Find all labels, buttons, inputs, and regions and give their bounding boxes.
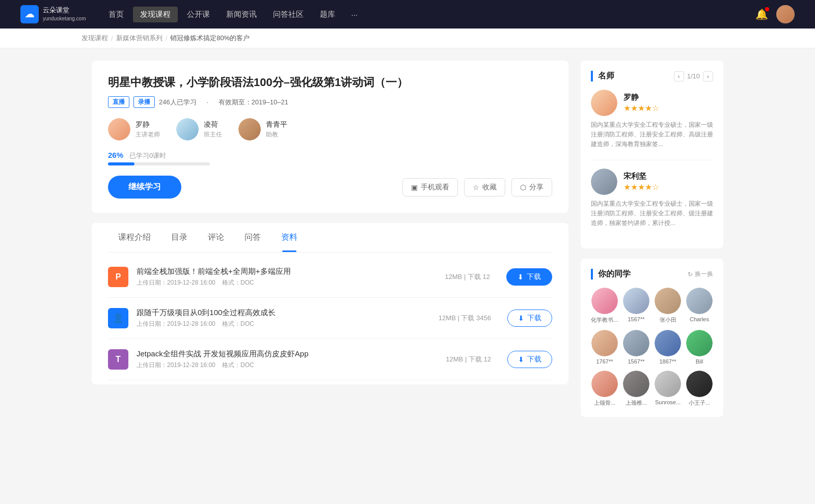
classmate-0: 化学教书... [591,288,618,324]
file-size-2: 12MB [446,355,463,363]
file-size-0: 12MB [445,273,462,281]
prev-page-button[interactable]: ‹ [674,71,684,81]
file-downloads-0: 下载 12 [468,273,490,281]
file-meta-2: 上传日期：2019-12-28 16:00 格式：DOC [137,361,438,370]
classmate-4: 1767** [591,330,618,365]
tab-materials[interactable]: 资料 [271,223,308,252]
download-icon-0: ⬇ [518,273,524,281]
logo[interactable]: ☁ 云朵课堂yunduoketang.com [20,5,86,23]
continue-button[interactable]: 继续学习 [108,176,181,199]
classmate-name-8: 上颌骨... [594,399,615,407]
classmate-avatar-7 [686,330,713,356]
share-icon: ⬡ [520,183,526,191]
refresh-icon: ↻ [688,271,693,278]
classmate-1: 1567** [622,288,650,324]
classmate-avatar-6 [655,330,681,356]
file-downloads-1: 下载 3456 [461,314,491,322]
logo-text: 云朵课堂yunduoketang.com [43,6,86,22]
teacher-desc-0: 国内某重点大学安全工程专业硕士，国家一级注册消防工程师、注册安全工程师、高级注册… [591,120,713,150]
teachers-title: 名师 [591,71,614,81]
share-button[interactable]: ⬡ 分享 [511,178,552,197]
classmate-avatar-5 [623,330,649,356]
classmate-avatar-10 [655,371,681,397]
file-stats-1: 12MB | 下载 3456 [439,314,491,323]
classmate-2: 张小田 [654,288,682,324]
share-label: 分享 [529,183,544,192]
file-stat-sep-0: | [464,273,468,281]
instructor-avatar-1 [176,118,199,141]
tabs-nav: 课程介绍 目录 评论 问答 资料 [108,223,552,253]
classmate-avatar-4 [591,330,618,356]
course-title: 明星中教授课，小学阶段语法100分–强化级第1讲动词（一） [108,75,552,90]
classmate-11: 小王子... [686,371,713,407]
file-size-1: 12MB [439,314,456,322]
file-stat-sep-2: | [465,355,469,363]
instructor-role-0: 主讲老师 [135,130,160,139]
file-item-0: P 前端全栈加强版！前端全栈+全周期+多端应用 上传日期：2019-12-28 … [108,257,552,298]
download-button-1[interactable]: ⬇ 下载 [507,310,552,327]
nav-item-news[interactable]: 新闻资讯 [219,7,264,22]
teacher-header-0: 罗静 ★★★★☆ [591,90,713,116]
tab-intro[interactable]: 课程介绍 [108,223,161,252]
download-button-2[interactable]: ⬇ 下载 [507,351,552,368]
breadcrumb-sep-1: / [111,35,113,42]
logo-icon: ☁ [20,5,39,23]
tab-catalog[interactable]: 目录 [161,223,198,252]
classmate-name-9: 上颈椎... [626,399,647,407]
instructor-avatar-0 [108,118,130,141]
file-list: P 前端全栈加强版！前端全栈+全周期+多端应用 上传日期：2019-12-28 … [108,253,552,384]
download-icon-2: ⬇ [518,355,524,363]
phone-button[interactable]: ▣ 手机观看 [402,178,458,197]
course-valid: 有效期至：2019–10–21 [219,98,288,106]
file-info-0: 前端全栈加强版！前端全栈+全周期+多端应用 上传日期：2019-12-28 16… [137,267,437,287]
nav-item-discover[interactable]: 发现课程 [133,7,178,22]
classmate-name-10: Sunrose... [655,399,681,405]
collect-button[interactable]: ☆ 收藏 [464,178,505,197]
breadcrumb-link-1[interactable]: 发现课程 [82,34,108,43]
nav-item-more[interactable]: ··· [344,7,365,22]
file-name-1: 跟随千万级项目从0到100全过程高效成长 [137,308,430,318]
download-label-1: 下载 [527,314,541,323]
tab-qa[interactable]: 问答 [234,223,271,252]
classmate-name-4: 1767** [596,358,613,365]
teacher-name-0: 罗静 [623,93,659,102]
next-page-button[interactable]: › [703,71,713,81]
main-container: 明星中教授课，小学阶段语法100分–强化级第1讲动词（一） 直播 录播 246人… [71,48,744,429]
badge-rec: 录播 [133,96,155,108]
breadcrumb-current: 销冠修炼术搞定80%的客户 [170,34,250,43]
breadcrumb-link-2[interactable]: 新媒体营销系列 [116,34,162,43]
nav-item-home[interactable]: 首页 [101,7,131,22]
teacher-name-1: 宋利坚 [623,172,659,181]
instructor-name-2: 青青平 [266,120,287,129]
phone-icon: ▣ [411,183,418,191]
download-icon-1: ⬇ [518,314,524,322]
teacher-stars-1: ★★★★☆ [623,182,659,192]
file-item-2: T Jetpack全组件实战 开发短视频应用高仿皮皮虾App 上传日期：2019… [108,339,552,380]
progress-bar-fill [108,162,134,165]
download-button-0[interactable]: ⬇ 下载 [506,268,552,286]
course-badges: 直播 录播 246人已学习 · 有效期至：2019–10–21 [108,96,552,108]
file-info-2: Jetpack全组件实战 开发短视频应用高仿皮皮虾App 上传日期：2019-1… [137,349,438,370]
course-actions: 继续学习 ▣ 手机观看 ☆ 收藏 ⬡ 分享 [108,176,552,199]
instructors: 罗静 主讲老师 凌荷 班主任 [108,118,552,141]
nav-item-open[interactable]: 公开课 [180,7,217,22]
file-icon-1: 👤 [108,308,128,328]
user-avatar-nav[interactable] [776,5,795,23]
classmate-7: Bill [686,330,713,365]
teachers-card: 名师 ‹ 1/10 › 罗静 ★★★★☆ 国内 [581,61,723,248]
file-format-0: 格式：DOC [222,279,254,286]
bell-icon[interactable]: 🔔 [755,8,768,20]
course-valid-sep: · [206,98,210,106]
file-format-2: 格式：DOC [222,361,254,369]
instructor-role-2: 助教 [266,130,287,139]
tabs-container: 课程介绍 目录 评论 问答 资料 P 前端全栈加强版！前端全栈+全周期+多端应用… [92,223,568,384]
instructor-1: 凌荷 班主任 [176,118,222,141]
nav-item-quiz[interactable]: 题库 [313,7,342,22]
nav-item-qa[interactable]: 问答社区 [266,7,311,22]
classmate-10: Sunrose... [654,371,682,407]
refresh-button[interactable]: ↻ 换一换 [688,270,713,278]
instructor-info-2: 青青平 助教 [266,120,287,139]
file-meta-0: 上传日期：2019-12-28 16:00 格式：DOC [137,278,437,287]
tab-review[interactable]: 评论 [198,223,234,252]
left-content: 明星中教授课，小学阶段语法100分–强化级第1讲动词（一） 直播 录播 246人… [92,61,568,417]
